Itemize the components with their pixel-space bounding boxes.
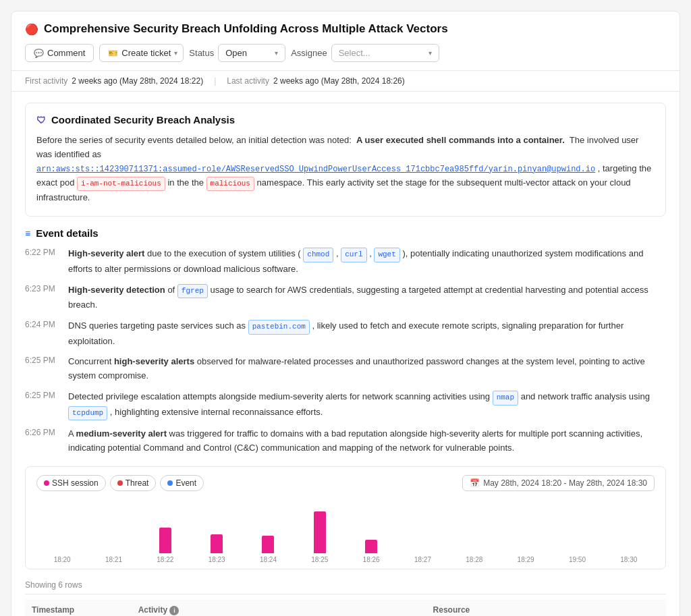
- event-desc-4: Concurrent high-severity alerts observed…: [68, 355, 666, 383]
- table-meta: Showing 6 rows: [25, 580, 666, 594]
- header-section: 🔴 Comprehensive Security Breach Unfoldin…: [11, 11, 680, 71]
- event-desc-2: High-severity detection of fgrep usage t…: [68, 283, 666, 312]
- event-desc-1: High-severity alert due to the execution…: [68, 247, 666, 276]
- chart-labels: 18:20 18:21 18:22 18:23 18:24 18:25 18:2…: [36, 556, 655, 563]
- chart-label-4: 18:24: [242, 556, 294, 563]
- chart-label-3: 18:23: [191, 556, 242, 563]
- status-value: Open: [225, 48, 247, 58]
- data-table: Timestamp Activity i Resource: [25, 600, 666, 616]
- event-details-section: ≡ Event details 6:22 PM High-severity al…: [25, 227, 666, 455]
- analysis-title: 🛡 Coordinated Security Breach Analysis: [36, 114, 655, 125]
- last-activity-value: 2 weeks ago (May 28th, 2024 18:26): [273, 76, 405, 86]
- comment-icon: 💬: [34, 49, 44, 58]
- bar-group-4: [242, 536, 294, 553]
- table-header-row: Timestamp Activity i Resource: [25, 600, 666, 616]
- assignee-group: Assignee Select... ▾: [291, 44, 439, 62]
- assignee-placeholder: Select...: [339, 48, 370, 58]
- comment-button[interactable]: 💬 Comment: [25, 44, 94, 62]
- status-group: Status Open ▾: [189, 44, 285, 62]
- create-ticket-label: Create ticket: [121, 48, 171, 58]
- event-details-title: ≡ Event details: [25, 227, 666, 239]
- chart-label-2: 18:22: [140, 556, 191, 563]
- title-row: 🔴 Comprehensive Security Breach Unfoldin…: [25, 22, 666, 36]
- event-time-4: 6:25 PM: [25, 355, 60, 365]
- event-dot: [167, 480, 173, 486]
- table-section: Showing 6 rows Timestamp Activity i Reso…: [25, 580, 666, 616]
- chart-label-11: 18:30: [603, 556, 655, 563]
- event-row: 6:25 PM Detected privilege escalation at…: [25, 390, 666, 420]
- event-desc-3: DNS queries targeting paste services suc…: [68, 319, 666, 348]
- filter-event[interactable]: Event: [160, 475, 204, 491]
- threat-dot: [117, 480, 123, 486]
- event-row: 6:22 PM High-severity alert due to the e…: [25, 247, 666, 276]
- event-time-6: 6:26 PM: [25, 427, 60, 437]
- first-activity-value: 2 weeks ago (May 28th, 2024 18:22): [72, 76, 203, 86]
- bar-group-5: [294, 511, 346, 553]
- chart-label-6: 18:26: [346, 556, 397, 563]
- namespace-tag: malicious: [206, 177, 254, 192]
- filter-tabs: SSH session Threat Event: [36, 475, 204, 491]
- event-row: 6:23 PM High-severity detection of fgrep…: [25, 283, 666, 312]
- col-activity: Activity i: [132, 600, 426, 616]
- bar-group-2: [140, 528, 191, 553]
- event-row: 6:26 PM A medium-severity alert was trig…: [25, 427, 666, 455]
- list-icon: ≡: [25, 228, 30, 239]
- alert-icon: 🔴: [25, 23, 38, 36]
- event-desc-5: Detected privilege escalation attempts a…: [68, 390, 666, 420]
- chart-label-5: 18:25: [294, 556, 346, 563]
- chart-label-8: 18:28: [449, 556, 500, 563]
- date-range-value: May 28th, 2024 18:20 - May 28th, 2024 18…: [483, 478, 647, 488]
- event-row: 6:24 PM DNS queries targeting paste serv…: [25, 319, 666, 348]
- event-time-1: 6:22 PM: [25, 247, 60, 257]
- assignee-label: Assignee: [291, 48, 327, 58]
- chart-label-0: 18:20: [36, 556, 88, 563]
- chart-container: SSH session Threat Event 📅 May 28th, 202…: [25, 466, 666, 569]
- last-activity-label: Last activity: [227, 76, 269, 86]
- date-range-picker[interactable]: 📅 May 28th, 2024 18:20 - May 28th, 2024 …: [462, 475, 655, 491]
- event-time-2: 6:23 PM: [25, 283, 60, 293]
- chart-filters: SSH session Threat Event 📅 May 28th, 202…: [36, 475, 655, 491]
- first-activity-label: First activity: [25, 76, 67, 86]
- status-select[interactable]: Open ▾: [218, 44, 285, 62]
- analysis-card: 🛡 Coordinated Security Breach Analysis B…: [25, 103, 666, 217]
- shield-icon: 🛡: [36, 115, 46, 125]
- chart-bars: [36, 506, 655, 553]
- content-section: 🛡 Coordinated Security Breach Analysis B…: [11, 92, 680, 616]
- calendar-icon: 📅: [470, 478, 480, 488]
- analysis-body: Before the series of security events det…: [36, 134, 655, 205]
- page-title: Comprehensive Security Breach Unfolding …: [44, 22, 448, 36]
- ticket-icon: 🎫: [108, 49, 118, 58]
- filter-ssh-session[interactable]: SSH session: [36, 475, 106, 491]
- arn-link[interactable]: arn:aws:sts::142390711371:assumed-role/A…: [36, 165, 595, 174]
- ssh-dot: [44, 480, 49, 486]
- assignee-select[interactable]: Select... ▾: [331, 44, 439, 62]
- chart-label-9: 18:29: [500, 556, 551, 563]
- event-time-5: 6:25 PM: [25, 390, 60, 400]
- activity-row: First activity 2 weeks ago (May 28th, 20…: [11, 71, 680, 92]
- event-time-3: 6:24 PM: [25, 319, 60, 329]
- col-resource: Resource: [426, 600, 666, 616]
- activity-info-icon[interactable]: i: [169, 606, 179, 615]
- event-row: 6:25 PM Concurrent high-severity alerts …: [25, 355, 666, 383]
- chart-label-1: 18:21: [88, 556, 139, 563]
- comment-label: Comment: [47, 48, 85, 58]
- status-chevron-icon: ▾: [275, 49, 278, 57]
- chart-label-10: 19:50: [551, 556, 603, 563]
- chart-area: [36, 499, 655, 553]
- bar-group-6: [346, 540, 397, 553]
- event-desc-6: A medium-severity alert was triggered fo…: [68, 427, 666, 455]
- assignee-chevron-icon: ▾: [429, 49, 432, 57]
- filter-threat[interactable]: Threat: [110, 475, 157, 491]
- chart-label-7: 18:27: [397, 556, 448, 563]
- toolbar-row: 💬 Comment 🎫 Create ticket ▾ Status Open …: [25, 44, 666, 62]
- pod-name-tag: i-am-not-malicious: [77, 177, 165, 192]
- activity-separator: |: [214, 76, 216, 86]
- page-container: 🔴 Comprehensive Security Breach Unfoldin…: [11, 11, 680, 616]
- status-label: Status: [189, 48, 214, 58]
- col-timestamp: Timestamp: [25, 600, 132, 616]
- chevron-down-icon: ▾: [174, 49, 177, 57]
- bar-group-3: [191, 534, 242, 553]
- create-ticket-button[interactable]: 🎫 Create ticket ▾: [99, 44, 184, 62]
